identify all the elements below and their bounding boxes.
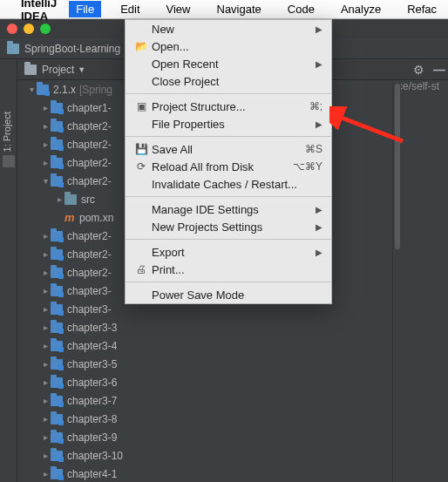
file-menu-print[interactable]: 🖨Print... <box>126 261 331 278</box>
tree-arrow-icon[interactable] <box>40 158 51 167</box>
tree-item[interactable]: chapter3-10 <box>17 446 401 465</box>
tree-arrow-icon[interactable] <box>40 103 51 112</box>
tree-arrow-icon[interactable] <box>40 414 51 424</box>
scrollbar-track[interactable] <box>392 80 401 482</box>
menu-item-label: Project Structure... <box>152 100 309 113</box>
gutter-project-label[interactable]: 1: Project <box>2 112 12 152</box>
tree-label: chapter3-5 <box>67 358 117 370</box>
window-minimize-button[interactable] <box>24 24 34 34</box>
gutter-strip-icon[interactable] <box>3 155 15 167</box>
project-toolwindow-title[interactable]: Project <box>42 64 74 76</box>
menu-separator <box>126 93 331 94</box>
file-menu-invalidate-caches-restart[interactable]: Invalidate Caches / Restart... <box>126 175 331 193</box>
window-maximize-button[interactable] <box>40 24 51 34</box>
tree-meta: [Spring <box>79 84 112 96</box>
file-menu-new-projects-settings[interactable]: New Projects Settings▶ <box>126 218 331 235</box>
tree-arrow-icon[interactable] <box>40 286 51 295</box>
tree-label: chapter2- <box>67 120 112 132</box>
tree-arrow-icon[interactable] <box>40 469 51 479</box>
file-menu-manage-ide-settings[interactable]: Manage IDE Settings▶ <box>126 200 331 218</box>
tree-arrow-icon[interactable] <box>26 85 37 94</box>
traffic-lights <box>7 24 51 34</box>
menu-item-label: Power Save Mode <box>152 289 322 302</box>
scrollbar-thumb[interactable] <box>395 84 400 249</box>
tree-arrow-icon[interactable] <box>40 176 51 186</box>
tree-item[interactable]: chapter3-6 <box>17 373 401 391</box>
menu-shortcut: ⌥⌘Y <box>293 160 322 173</box>
tree-arrow-icon[interactable] <box>40 377 51 387</box>
menubar-item-edit[interactable]: Edit <box>113 1 146 17</box>
file-menu-dropdown: New▶📂Open...Open Recent▶Close Project▣Pr… <box>125 19 332 304</box>
tree-label: chapter4-1 <box>67 468 117 480</box>
tree-item[interactable]: chapter3-4 <box>17 336 401 355</box>
tree-item[interactable]: chapter4-1 <box>17 465 401 482</box>
menubar-item-navigate[interactable]: Navigate <box>210 1 268 17</box>
menu-item-label: Reload All from Disk <box>152 160 293 173</box>
file-menu-close-project[interactable]: Close Project <box>126 72 331 90</box>
menubar-item-analyze[interactable]: Analyze <box>334 1 388 17</box>
menu-separator <box>126 282 331 282</box>
tree-item[interactable]: chapter3-3 <box>17 318 401 336</box>
tree-label: chapter3-6 <box>67 377 117 389</box>
tree-arrow-icon[interactable] <box>40 322 51 332</box>
menu-item-label: Invalidate Caches / Restart... <box>152 178 322 191</box>
tree-arrow-icon[interactable] <box>40 359 51 369</box>
app-name[interactable]: IntelliJ IDEA <box>21 0 57 23</box>
file-menu-open-recent[interactable]: Open Recent▶ <box>126 55 331 72</box>
menu-item-label: File Properties <box>152 118 316 131</box>
tree-arrow-icon[interactable] <box>40 341 51 350</box>
tree-arrow-icon[interactable] <box>40 268 51 277</box>
tree-label: chapter3-8 <box>67 413 117 425</box>
menu-item-label: Manage IDE Settings <box>152 203 316 216</box>
module-icon <box>51 268 63 278</box>
tree-arrow-icon[interactable] <box>40 139 51 149</box>
tree-arrow-icon[interactable] <box>40 451 51 460</box>
tree-arrow-icon[interactable] <box>40 432 51 442</box>
tree-item[interactable]: chapter3-7 <box>17 391 401 410</box>
tree-arrow-icon[interactable] <box>40 304 51 314</box>
module-icon <box>51 396 63 406</box>
tree-arrow-icon[interactable] <box>40 121 51 131</box>
window-close-button[interactable] <box>7 24 17 34</box>
file-menu-new[interactable]: New▶ <box>126 20 331 37</box>
tree-arrow-icon[interactable] <box>40 249 51 259</box>
menu-item-label: Print... <box>152 263 322 276</box>
menu-item-label: Save All <box>152 143 305 156</box>
file-menu-file-properties[interactable]: File Properties▶ <box>126 115 331 132</box>
file-menu-project-structure[interactable]: ▣Project Structure...⌘; <box>126 98 331 115</box>
tree-item[interactable]: chapter3-5 <box>17 355 401 373</box>
project-tab-label[interactable]: SpringBoot-Learning <box>24 43 120 55</box>
chevron-down-icon[interactable]: ▼ <box>78 65 85 74</box>
module-icon <box>51 322 63 333</box>
menu-separator <box>126 196 331 197</box>
tree-arrow-icon[interactable] <box>40 231 51 241</box>
tree-item[interactable]: chapter3-8 <box>17 410 401 428</box>
menubar-item-refac[interactable]: Refac <box>400 1 444 17</box>
tree-arrow-icon[interactable] <box>54 194 64 204</box>
tree-item[interactable]: chapter3-9 <box>17 428 401 446</box>
file-menu-power-save-mode[interactable]: Power Save Mode <box>126 286 331 303</box>
file-menu-reload-all-from-disk[interactable]: ⟳Reload All from Disk⌥⌘Y <box>126 158 331 175</box>
gear-icon[interactable]: ⚙ <box>413 63 424 77</box>
tree-arrow-icon[interactable] <box>40 396 51 405</box>
module-icon <box>51 249 63 260</box>
tree-label: chapter2- <box>67 139 112 151</box>
tree-label: chapter3-4 <box>67 340 117 352</box>
file-menu-export[interactable]: Export▶ <box>126 243 331 261</box>
print-icon: 🖨 <box>134 263 148 275</box>
macos-menubar: IntelliJ IDEA FileEditViewNavigateCodeAn… <box>0 0 448 19</box>
project-folder-icon <box>7 44 19 54</box>
menubar-item-file[interactable]: File <box>69 1 101 17</box>
collapse-icon[interactable]: — <box>433 63 443 77</box>
file-menu-save-all[interactable]: 💾Save All⌘S <box>126 140 331 158</box>
tree-label: chapter2- <box>67 230 112 242</box>
menubar-item-code[interactable]: Code <box>281 1 322 17</box>
tree-label: pom.xn <box>79 212 113 224</box>
tree-label: chapter2- <box>67 175 112 187</box>
menu-separator <box>126 239 331 240</box>
menubar-item-view[interactable]: View <box>160 1 198 17</box>
open-icon: 📂 <box>134 40 148 52</box>
module-icon <box>51 377 63 388</box>
file-menu-open[interactable]: 📂Open... <box>126 37 331 55</box>
tree-label: chapter1- <box>67 102 112 114</box>
